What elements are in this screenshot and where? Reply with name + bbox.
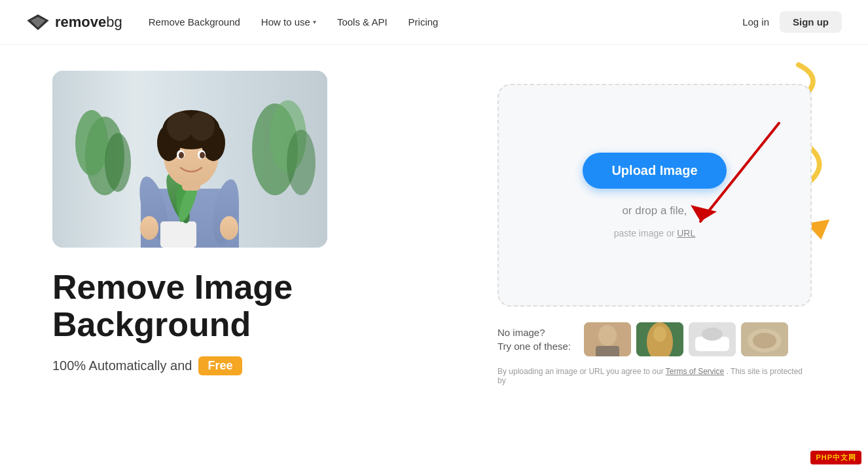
nav-pricing[interactable]: Pricing [408,16,439,28]
hero-right: Upload Image or drop a file, paste image… [497,71,812,385]
nav-remove-bg[interactable]: Remove Background [149,16,240,28]
sample-image-3[interactable] [689,322,736,356]
svg-point-30 [200,152,205,159]
logo[interactable]: removebg [26,14,122,31]
svg-point-34 [598,325,617,346]
hero-left: Remove Image Background 100% Automatical… [52,71,458,375]
signup-button[interactable]: Sign up [780,11,842,33]
tos-link[interactable]: Terms of Service [666,367,724,376]
sample-label: No image? Try one of these: [497,326,571,353]
url-link[interactable]: URL [677,228,695,238]
svg-point-9 [287,130,316,195]
sample-images [584,322,788,356]
svg-point-14 [140,216,158,240]
logo-text: removebg [55,14,122,31]
free-badge: Free [198,356,242,375]
navbar: removebg Remove Background How to use ▾ … [0,0,868,45]
svg-point-44 [753,333,776,349]
main-content: Remove Image Background 100% Automatical… [0,45,868,411]
nav-tools-api[interactable]: Tools & API [337,16,388,28]
paste-text: paste image or URL [614,228,696,238]
svg-point-6 [105,133,131,192]
login-button[interactable]: Log in [742,16,769,28]
nav-how-to-use[interactable]: How to use ▾ [261,16,316,28]
hero-title: Remove Image Background [52,269,458,343]
upload-image-button[interactable]: Upload Image [583,153,726,189]
svg-point-26 [189,112,215,141]
hero-subtitle: 100% Automatically and Free [52,356,458,375]
sample-section: No image? Try one of these: [497,322,812,356]
chevron-down-icon: ▾ [313,18,316,26]
upload-card: Upload Image or drop a file, paste image… [497,84,812,307]
svg-point-41 [702,328,723,341]
svg-rect-16 [160,221,196,248]
footer-text: By uploading an image or URL you agree t… [497,367,812,385]
sample-image-2[interactable] [636,322,683,356]
hero-image [52,71,327,248]
logo-icon [26,14,50,30]
sample-image-1[interactable] [584,322,631,356]
svg-point-38 [653,326,666,342]
sample-image-4[interactable] [741,322,788,356]
drop-text: or drop a file, [622,204,687,217]
nav-actions: Log in Sign up [742,11,842,33]
nav-links: Remove Background How to use ▾ Tools & A… [149,16,742,28]
svg-point-15 [220,216,238,240]
hero-illustration [52,71,327,248]
svg-point-5 [75,110,108,176]
svg-rect-35 [596,346,619,356]
svg-point-29 [179,152,184,159]
